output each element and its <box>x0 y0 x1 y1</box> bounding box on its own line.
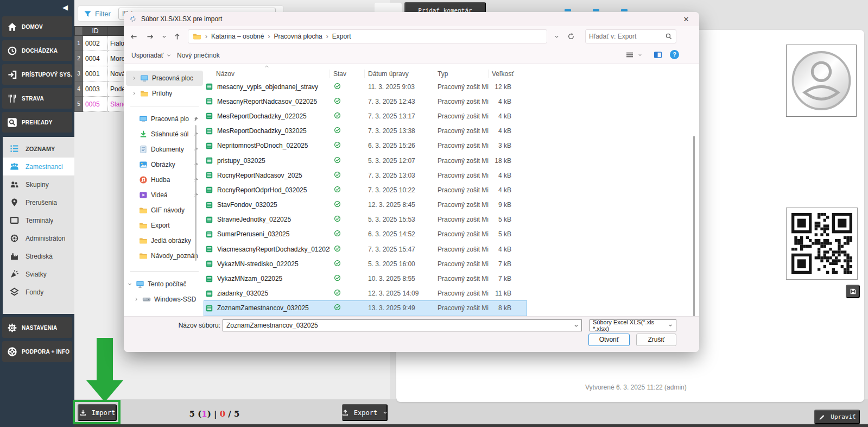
tree-item-prilohy[interactable]: Prílohy <box>126 86 203 101</box>
file-row-sumarpreruseni-032025[interactable]: SumarPreruseni_0320256. 3. 2025 14:52Pra… <box>204 227 527 242</box>
breadcrumb-export[interactable]: Export <box>332 33 351 40</box>
tree-item-dokumenty[interactable]: Dokumenty <box>126 142 203 157</box>
excel-file-icon <box>206 231 213 238</box>
sidebar-item-prerusenia[interactable]: Prerušenia <box>3 193 74 211</box>
address-bar[interactable]: ›Katarina – osobné›Pracovná plocha›Expor… <box>188 29 547 43</box>
sidebar-item-administratori[interactable]: Administrátori <box>3 229 74 247</box>
tree-item-videa[interactable]: Videá <box>126 187 203 203</box>
refresh-icon[interactable] <box>565 29 578 43</box>
recent-locations-chevron[interactable] <box>157 30 170 42</box>
export-button[interactable]: Export <box>342 404 388 421</box>
file-date: 5. 3. 2025 12:07 <box>365 157 434 165</box>
tree-item-label: Stiahnuté súl <box>151 130 188 138</box>
breadcrumb-pracovna-plocha[interactable]: Pracovná plocha <box>274 33 322 40</box>
tree-item-gif-navody[interactable]: GIF návody <box>126 203 203 218</box>
file-row-rocnyreportodprhod-032025[interactable]: RocnyReportOdprHod_0320257. 3. 2025 10:2… <box>204 183 527 197</box>
tree-item-stiahnute-sul[interactable]: Stiahnuté súl <box>126 127 203 142</box>
file-size: 4 kB <box>489 127 512 135</box>
col-velkost[interactable]: Veľkosť <box>489 70 512 78</box>
breadcrumb-katarina-osobne[interactable]: Katarina – osobné <box>211 33 264 40</box>
file-row-viacmesacnyreportdochadzky-012025-0[interactable]: ViacmesacnyReportDochadzky_012025-0...7.… <box>204 242 527 256</box>
tree-item-pracovna-ploc[interactable]: Pracovná ploc <box>126 71 203 86</box>
check-circle-icon <box>334 127 341 134</box>
preview-pane-icon[interactable] <box>654 51 662 59</box>
file-row-vykazmn-stredisko-022025[interactable]: VykazMN-stredisko_0220255. 3. 2025 16:00… <box>204 256 527 271</box>
file-row-mesreportdochadzky-022025[interactable]: MesReportDochadzky_0220257. 3. 2025 13:1… <box>204 109 527 123</box>
view-mode-icon[interactable] <box>625 51 634 59</box>
up-button[interactable] <box>170 30 183 42</box>
file-row-pristupy-032025[interactable]: pristupy_0320255. 3. 2025 12:07Pracovný … <box>204 153 527 168</box>
file-row-mesacnyreportnadcasov-022025[interactable]: MesacnyReportNadcasov_0220257. 3. 2025 1… <box>204 94 527 109</box>
file-row-nepritomnostpodnoch-022025[interactable]: NepritomnostPoDnoch_0220256. 3. 2025 15:… <box>204 139 527 153</box>
tree-item-jedla-obrazky[interactable]: Jedlá obrázky <box>126 233 203 248</box>
sidebar-item-strava[interactable]: STRAVA <box>2 88 72 109</box>
sidebar-item-pristupovy-sys[interactable]: PRÍSTUPOVÝ SYS. <box>2 64 72 85</box>
filename-dropdown-chevron[interactable] <box>571 319 581 331</box>
sidebar-item-terminaly[interactable]: Terminály <box>3 211 74 229</box>
search-input[interactable] <box>589 33 665 40</box>
tree-item-pracovna-plo[interactable]: Pracovná plo <box>126 111 203 127</box>
folder-icon <box>139 221 148 230</box>
excel-file-icon <box>206 305 213 312</box>
folder-icon <box>139 252 148 260</box>
col-datum[interactable]: Dátum úpravy <box>365 70 434 78</box>
address-dropdown-chevron[interactable] <box>550 29 562 43</box>
sidebar-collapse-button[interactable]: ◀ <box>62 3 68 11</box>
dialog-scrollbar[interactable] <box>693 136 695 321</box>
edit-button[interactable]: Upraviť <box>814 410 860 424</box>
tree-item-obrazky[interactable]: Obrázky <box>126 157 203 172</box>
sidebar-item-label: DOCHÁDZKA <box>22 48 58 54</box>
table-corner <box>75 27 83 36</box>
col-nazov[interactable]: Názov <box>204 70 330 78</box>
col-header-id[interactable]: ID <box>83 27 108 36</box>
sidebar-item-zoznamy[interactable]: ZOZNAMY <box>3 140 74 158</box>
sidebar-item-domov[interactable]: DOMOV <box>2 16 72 37</box>
file-size: 5 kB <box>489 216 512 223</box>
tree-item-tento-pocitac[interactable]: Tento počítač <box>126 277 203 292</box>
file-row-stravnejednotky-022025[interactable]: StravneJednotky_0220255. 3. 2025 15:53Pr… <box>204 212 527 227</box>
new-folder-button[interactable]: Nový priečinok <box>177 50 220 61</box>
sidebar-item-strediska[interactable]: Strediská <box>3 247 74 265</box>
file-row-mesacny-vypis-objednanej-stravy[interactable]: mesacny_vypis_objednanej_stravy11. 3. 20… <box>204 79 527 94</box>
sidebar-item-zamestnanci[interactable]: Zamestnanci <box>3 158 74 175</box>
col-typ[interactable]: Typ <box>434 70 489 78</box>
tree-item-hudba[interactable]: Hudba <box>126 172 203 187</box>
organize-menu[interactable]: Usporiadať <box>131 50 172 61</box>
help-icon[interactable]: ? <box>670 50 679 59</box>
employee-avatar <box>786 45 857 117</box>
save-qr-button[interactable] <box>846 285 860 298</box>
employee-qr-code <box>786 208 858 280</box>
file-row-mesreportdochadzky-032025[interactable]: MesReportDochadzky_0320257. 3. 2025 13:3… <box>204 124 527 139</box>
open-button[interactable]: Otvoriť <box>588 334 630 346</box>
sidebar-item-dochadzka[interactable]: DOCHÁDZKA <box>2 40 72 61</box>
tree-item-navody-poznan[interactable]: Návody_poznán <box>126 248 203 263</box>
sidebar-item-podpora-info[interactable]: PODPORA + INFO <box>2 341 72 362</box>
sidebar-item-skupiny[interactable]: Skupiny <box>3 175 74 193</box>
filename-input[interactable] <box>223 319 582 331</box>
back-button[interactable] <box>127 30 140 42</box>
filetype-select[interactable]: Súbory Excel XLS(*.xls *.xlsx) <box>590 319 676 331</box>
tree-item-windows-ssd[interactable]: Windows-SSD <box>126 292 203 307</box>
tree-item-label: Windows-SSD <box>154 296 196 303</box>
file-row-vykazmnzam-022025[interactable]: VykazMNzam_02202510. 3. 2025 8:55Pracovn… <box>204 271 527 286</box>
col-stav[interactable]: Stav <box>330 70 365 78</box>
sidebar-item-prehlady[interactable]: PREHĽADY <box>2 112 72 133</box>
dialog-close-button[interactable]: ✕ <box>676 13 696 26</box>
file-type: Pracovný zošit Mi... <box>434 304 489 312</box>
tree-scrollbar[interactable] <box>195 125 197 261</box>
sidebar-item-sviatky[interactable]: Sviatky <box>3 265 74 283</box>
file-row-stavfondov-032025[interactable]: StavFondov_03202512. 3. 2025 8:45Pracovn… <box>204 198 527 212</box>
tree-item-export[interactable]: Export <box>126 218 203 233</box>
sidebar-item-nastavenia[interactable]: NASTAVENIA <box>2 317 72 338</box>
file-row-ziadanky-032025[interactable]: ziadanky_03202512. 3. 2025 14:09Pracovný… <box>204 286 527 301</box>
view-mode-chevron[interactable] <box>637 52 643 58</box>
file-row-rocnyreportnadcasov-2025[interactable]: RocnyReportNadcasov_20257. 3. 2025 13:03… <box>204 168 527 183</box>
excel-file-icon <box>206 112 213 120</box>
file-type: Pracovný zošit Mi... <box>434 260 489 268</box>
forward-button[interactable] <box>143 30 156 42</box>
search-box <box>585 29 676 43</box>
file-row-zoznamzamestnancov-032025[interactable]: ZoznamZamestnancov_03202513. 3. 2025 9:4… <box>204 301 527 316</box>
cancel-button[interactable]: Zrušiť <box>636 334 676 346</box>
file-name: VykazMN-stredisko_022025 <box>204 260 330 268</box>
sidebar-item-fondy[interactable]: Fondy <box>3 283 74 301</box>
